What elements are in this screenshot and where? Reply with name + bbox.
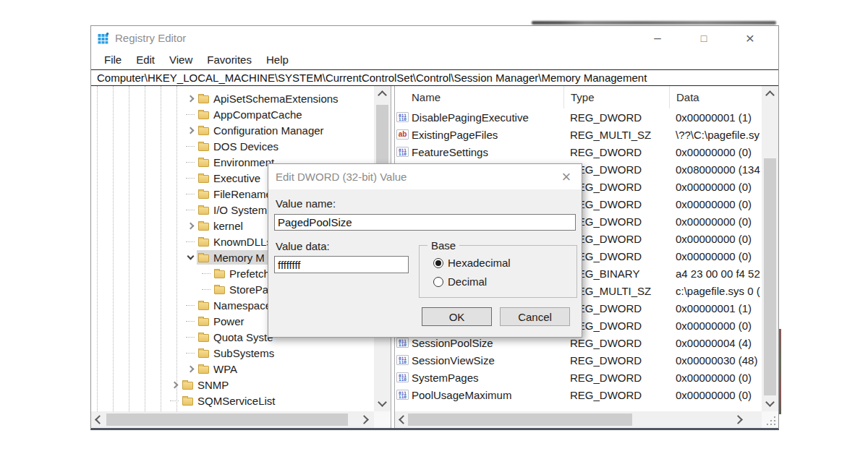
chevron-right-icon[interactable] (187, 95, 194, 102)
list-hscroll-thumb[interactable] (408, 414, 632, 426)
address-bar[interactable]: Computer\HKEY_LOCAL_MACHINE\SYSTEM\Curre… (91, 69, 778, 86)
menu-edit[interactable]: Edit (129, 53, 162, 66)
value-name-cell[interactable]: 011110FeatureSettings (395, 146, 563, 158)
menu-favorites[interactable]: Favorites (200, 53, 259, 66)
tree-item-dos-devices[interactable]: DOS Devices (91, 138, 374, 154)
value-row-existingpagefiles[interactable]: abExistingPageFilesREG_MULTI_SZ\??\C:\pa… (395, 126, 762, 143)
tree-item-subsystems[interactable]: SubSystems (91, 345, 374, 361)
tree-row-main[interactable]: SNMP (181, 377, 374, 392)
expand-toggle[interactable] (184, 220, 197, 231)
value-name-cell[interactable]: 011110SystemPages (395, 372, 563, 384)
scroll-up-icon[interactable] (378, 90, 387, 100)
value-name-text: ExistingPageFiles (412, 129, 498, 141)
value-type-text: REG_DWORD (563, 146, 669, 158)
menu-file[interactable]: File (97, 53, 129, 66)
tree-item-label: KnownDLLs (213, 236, 272, 248)
tree-hscroll-thumb[interactable] (106, 414, 348, 426)
scroll-left-icon[interactable] (399, 415, 408, 424)
radio-option-decimal[interactable]: Decimal (433, 275, 487, 288)
chevron-right-icon[interactable] (187, 365, 194, 372)
tree-row-main[interactable]: DOS Devices (197, 139, 374, 153)
expand-toggle[interactable] (184, 93, 197, 103)
chevron-right-icon[interactable] (187, 222, 194, 229)
close-button[interactable]: × (739, 29, 761, 48)
radio-unselected-icon[interactable] (433, 277, 443, 287)
tree-item-snmp[interactable]: SNMP (91, 377, 374, 393)
scroll-down-icon[interactable] (765, 398, 775, 407)
dialog-close-icon[interactable]: × (556, 164, 577, 189)
tree-row-main[interactable]: WPA (197, 361, 374, 376)
value-row-sessionviewsize[interactable]: 011110SessionViewSizeREG_DWORD0x00000030… (395, 351, 762, 369)
list-vertical-scrollbar[interactable] (762, 86, 778, 411)
folder-icon (198, 254, 209, 262)
expand-toggle[interactable] (184, 364, 197, 374)
expand-toggle[interactable] (168, 380, 181, 390)
chevron-down-icon[interactable] (187, 253, 194, 260)
screen-artifact-right (779, 329, 781, 414)
title-bar[interactable]: Registry Editor – □ × (91, 26, 778, 50)
value-name-cell[interactable]: abExistingPageFiles (395, 129, 563, 141)
list-vscroll-thumb[interactable] (764, 158, 776, 395)
expand-toggle[interactable] (184, 252, 197, 262)
radio-option-hexadecimal[interactable]: Hexadecimal (433, 257, 511, 269)
column-header-type[interactable]: Type (563, 86, 669, 108)
folder-icon (198, 159, 209, 167)
tree-item-label: Quota Syste (213, 331, 273, 343)
value-row-disablepagingexecutive[interactable]: 011110DisablePagingExecutiveREG_DWORD0x0… (395, 108, 762, 126)
scroll-down-icon[interactable] (378, 398, 387, 407)
value-name-cell[interactable]: 011110PoolUsageMaximum (395, 389, 563, 401)
tree-row-main[interactable]: ApiSetSchemaExtensions (197, 91, 374, 106)
tree-item-configuration-manager[interactable]: Configuration Manager (91, 122, 374, 138)
column-header-name[interactable]: Name (395, 86, 563, 108)
tree-line-stub (186, 337, 195, 338)
value-name-cell[interactable]: 011110SessionPoolSize (395, 337, 563, 349)
tree-horizontal-scrollbar[interactable] (91, 411, 374, 428)
maximize-button[interactable]: □ (693, 29, 715, 48)
radio-selected-icon[interactable] (433, 258, 443, 268)
menu-view[interactable]: View (162, 53, 200, 66)
tree-item-appcompatcache[interactable]: AppCompatCache (91, 106, 374, 122)
tree-item-sqmservicelist[interactable]: SQMServiceList (91, 393, 374, 408)
value-type-text: REG_DWORD (563, 111, 669, 124)
tree-connector (200, 284, 213, 294)
tree-row-main[interactable]: AppCompatCache (197, 107, 374, 121)
value-name-cell[interactable]: 011110SessionViewSize (395, 354, 563, 367)
resize-grip[interactable] (762, 411, 778, 428)
minimize-button[interactable]: – (647, 29, 668, 48)
chevron-right-icon[interactable] (187, 127, 194, 134)
chevron-right-icon[interactable] (171, 381, 178, 388)
scroll-right-icon[interactable] (733, 415, 743, 424)
tree-item-label: SQMServiceList (197, 395, 276, 407)
ok-button[interactable]: OK (422, 307, 492, 326)
expand-toggle[interactable] (184, 125, 197, 135)
scroll-up-icon[interactable] (765, 90, 775, 100)
value-name-cell[interactable]: 011110DisablePagingExecutive (395, 111, 563, 124)
column-header-data[interactable]: Data (669, 86, 762, 108)
cancel-button[interactable]: Cancel (500, 307, 570, 326)
binary-value-icon: 011110 (396, 355, 409, 365)
tree-connector (184, 316, 197, 326)
value-data-input[interactable] (274, 256, 409, 273)
value-row-featuresettings[interactable]: 011110FeatureSettingsREG_DWORD0x00000000… (395, 143, 762, 160)
desktop: Registry Editor – □ × FileEditViewFavori… (0, 0, 868, 454)
menu-help[interactable]: Help (259, 53, 296, 66)
scroll-left-icon[interactable] (95, 415, 104, 424)
list-horizontal-scrollbar[interactable] (395, 411, 762, 428)
dialog-title-bar[interactable]: Edit DWORD (32-bit) Value × (268, 164, 582, 189)
binary-value-icon: 011110 (396, 372, 409, 382)
tree-row-main[interactable]: SQMServiceList (181, 393, 374, 408)
tree-row-main[interactable]: SubSystems (197, 346, 374, 360)
value-type-text: REG_DWORD (563, 337, 669, 349)
tree-line-stub (186, 210, 195, 210)
value-name-text: FeatureSettings (412, 146, 488, 158)
tree-item-wpa[interactable]: WPA (91, 361, 374, 377)
tree-connector (184, 189, 197, 199)
value-row-poolusagemaximum[interactable]: 011110PoolUsageMaximumREG_DWORD0x0000000… (395, 386, 762, 403)
radio-label: Decimal (448, 275, 487, 288)
value-row-systempages[interactable]: 011110SystemPagesREG_DWORD0x00000000 (0) (395, 369, 762, 386)
value-type-text: REG_DWORD (563, 389, 669, 401)
tree-item-apisetschemaextensions[interactable]: ApiSetSchemaExtensions (91, 90, 374, 106)
scroll-right-icon[interactable] (359, 415, 369, 424)
value-name-input[interactable] (274, 214, 576, 231)
tree-row-main[interactable]: Configuration Manager (197, 123, 374, 137)
